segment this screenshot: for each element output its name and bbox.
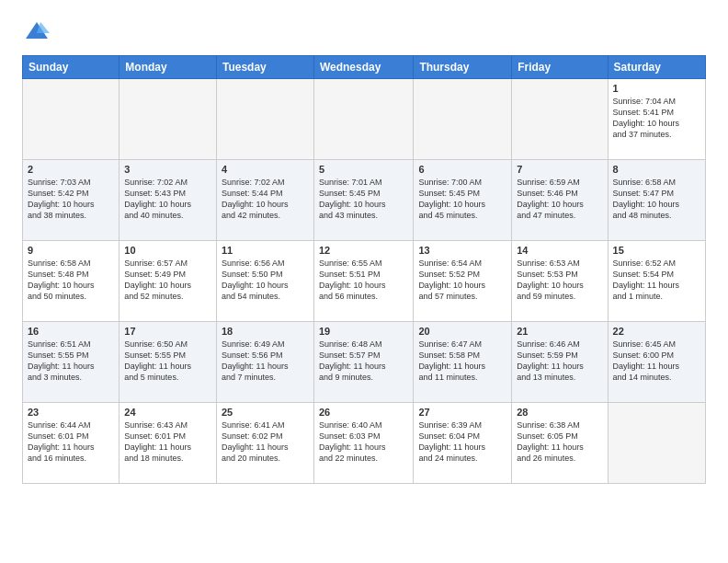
day-number: 22 (613, 326, 700, 337)
day-number: 4 (222, 164, 309, 175)
calendar-day-cell: 8Sunrise: 6:58 AM Sunset: 5:47 PM Daylig… (608, 160, 705, 241)
day-number: 26 (319, 407, 408, 418)
calendar-day-cell: 17Sunrise: 6:50 AM Sunset: 5:55 PM Dayli… (119, 322, 217, 403)
calendar-day-cell: 19Sunrise: 6:48 AM Sunset: 5:57 PM Dayli… (313, 322, 413, 403)
day-number: 2 (28, 164, 114, 175)
day-detail: Sunrise: 6:45 AM Sunset: 6:00 PM Dayligh… (613, 339, 700, 384)
day-number: 24 (124, 407, 211, 418)
day-detail: Sunrise: 6:50 AM Sunset: 5:55 PM Dayligh… (124, 339, 211, 384)
calendar-day-cell: 3Sunrise: 7:02 AM Sunset: 5:43 PM Daylig… (119, 160, 217, 241)
calendar-week-row: 2Sunrise: 7:03 AM Sunset: 5:42 PM Daylig… (23, 160, 706, 241)
day-number: 5 (319, 164, 408, 175)
day-detail: Sunrise: 7:01 AM Sunset: 5:45 PM Dayligh… (319, 177, 408, 222)
day-detail: Sunrise: 7:02 AM Sunset: 5:43 PM Dayligh… (124, 177, 211, 222)
day-number: 13 (418, 245, 506, 256)
day-detail: Sunrise: 6:47 AM Sunset: 5:58 PM Dayligh… (418, 339, 506, 384)
day-number: 3 (124, 164, 211, 175)
weekday-header-row: SundayMondayTuesdayWednesdayThursdayFrid… (23, 56, 706, 79)
calendar-day-cell (119, 79, 217, 160)
day-detail: Sunrise: 6:40 AM Sunset: 6:03 PM Dayligh… (319, 419, 408, 465)
day-number: 28 (517, 407, 602, 418)
day-detail: Sunrise: 6:43 AM Sunset: 6:01 PM Dayligh… (124, 419, 211, 465)
day-number: 12 (319, 245, 408, 256)
weekday-header-wednesday: Wednesday (313, 56, 413, 79)
calendar: SundayMondayTuesdayWednesdayThursdayFrid… (22, 55, 706, 484)
day-detail: Sunrise: 6:46 AM Sunset: 5:59 PM Dayligh… (517, 339, 602, 384)
day-number: 10 (124, 245, 211, 256)
calendar-day-cell (414, 79, 512, 160)
day-detail: Sunrise: 6:54 AM Sunset: 5:52 PM Dayligh… (418, 258, 506, 303)
weekday-header-sunday: Sunday (23, 56, 119, 79)
header (22, 18, 706, 44)
day-number: 18 (222, 326, 309, 337)
weekday-header-monday: Monday (119, 56, 217, 79)
day-number: 17 (124, 326, 211, 337)
calendar-day-cell: 14Sunrise: 6:53 AM Sunset: 5:53 PM Dayli… (512, 241, 608, 322)
calendar-week-row: 9Sunrise: 6:58 AM Sunset: 5:48 PM Daylig… (23, 241, 706, 322)
day-number: 19 (319, 326, 408, 337)
day-number: 11 (222, 245, 309, 256)
calendar-day-cell: 6Sunrise: 7:00 AM Sunset: 5:45 PM Daylig… (414, 160, 512, 241)
day-detail: Sunrise: 6:57 AM Sunset: 5:49 PM Dayligh… (124, 258, 211, 303)
calendar-day-cell: 1Sunrise: 7:04 AM Sunset: 5:41 PM Daylig… (608, 79, 705, 160)
weekday-header-tuesday: Tuesday (216, 56, 313, 79)
day-number: 7 (517, 164, 602, 175)
day-detail: Sunrise: 7:04 AM Sunset: 5:41 PM Dayligh… (613, 96, 700, 141)
day-detail: Sunrise: 7:02 AM Sunset: 5:44 PM Dayligh… (222, 177, 309, 222)
day-number: 9 (28, 245, 114, 256)
calendar-day-cell: 23Sunrise: 6:44 AM Sunset: 6:01 PM Dayli… (23, 403, 119, 484)
day-number: 20 (418, 326, 506, 337)
day-number: 6 (418, 164, 506, 175)
day-number: 25 (222, 407, 309, 418)
calendar-day-cell: 2Sunrise: 7:03 AM Sunset: 5:42 PM Daylig… (23, 160, 119, 241)
calendar-week-row: 23Sunrise: 6:44 AM Sunset: 6:01 PM Dayli… (23, 403, 706, 484)
calendar-day-cell: 26Sunrise: 6:40 AM Sunset: 6:03 PM Dayli… (313, 403, 413, 484)
calendar-day-cell: 24Sunrise: 6:43 AM Sunset: 6:01 PM Dayli… (119, 403, 217, 484)
day-detail: Sunrise: 6:53 AM Sunset: 5:53 PM Dayligh… (517, 258, 602, 303)
day-detail: Sunrise: 6:52 AM Sunset: 5:54 PM Dayligh… (613, 258, 700, 303)
weekday-header-thursday: Thursday (414, 56, 512, 79)
calendar-day-cell: 11Sunrise: 6:56 AM Sunset: 5:50 PM Dayli… (216, 241, 313, 322)
calendar-day-cell: 27Sunrise: 6:39 AM Sunset: 6:04 PM Dayli… (414, 403, 512, 484)
calendar-day-cell (608, 403, 705, 484)
calendar-week-row: 16Sunrise: 6:51 AM Sunset: 5:55 PM Dayli… (23, 322, 706, 403)
svg-marker-1 (37, 22, 50, 33)
day-detail: Sunrise: 7:03 AM Sunset: 5:42 PM Dayligh… (28, 177, 114, 222)
calendar-day-cell: 5Sunrise: 7:01 AM Sunset: 5:45 PM Daylig… (313, 160, 413, 241)
calendar-day-cell: 15Sunrise: 6:52 AM Sunset: 5:54 PM Dayli… (608, 241, 705, 322)
day-number: 8 (613, 164, 700, 175)
logo-icon (24, 18, 50, 44)
calendar-day-cell: 13Sunrise: 6:54 AM Sunset: 5:52 PM Dayli… (414, 241, 512, 322)
calendar-day-cell: 20Sunrise: 6:47 AM Sunset: 5:58 PM Dayli… (414, 322, 512, 403)
day-detail: Sunrise: 6:44 AM Sunset: 6:01 PM Dayligh… (28, 419, 114, 465)
day-detail: Sunrise: 6:41 AM Sunset: 6:02 PM Dayligh… (222, 419, 309, 465)
day-detail: Sunrise: 6:38 AM Sunset: 6:05 PM Dayligh… (517, 419, 602, 465)
day-number: 15 (613, 245, 700, 256)
day-number: 14 (517, 245, 602, 256)
day-detail: Sunrise: 7:00 AM Sunset: 5:45 PM Dayligh… (418, 177, 506, 222)
calendar-week-row: 1Sunrise: 7:04 AM Sunset: 5:41 PM Daylig… (23, 79, 706, 160)
calendar-day-cell: 22Sunrise: 6:45 AM Sunset: 6:00 PM Dayli… (608, 322, 705, 403)
day-number: 21 (517, 326, 602, 337)
calendar-day-cell (23, 79, 119, 160)
calendar-day-cell: 18Sunrise: 6:49 AM Sunset: 5:56 PM Dayli… (216, 322, 313, 403)
calendar-day-cell: 25Sunrise: 6:41 AM Sunset: 6:02 PM Dayli… (216, 403, 313, 484)
day-detail: Sunrise: 6:39 AM Sunset: 6:04 PM Dayligh… (418, 419, 506, 465)
day-detail: Sunrise: 6:58 AM Sunset: 5:48 PM Dayligh… (28, 258, 114, 303)
day-detail: Sunrise: 6:59 AM Sunset: 5:46 PM Dayligh… (517, 177, 602, 222)
logo (22, 18, 50, 44)
day-detail: Sunrise: 6:48 AM Sunset: 5:57 PM Dayligh… (319, 339, 408, 384)
calendar-day-cell: 10Sunrise: 6:57 AM Sunset: 5:49 PM Dayli… (119, 241, 217, 322)
calendar-day-cell: 9Sunrise: 6:58 AM Sunset: 5:48 PM Daylig… (23, 241, 119, 322)
calendar-day-cell: 21Sunrise: 6:46 AM Sunset: 5:59 PM Dayli… (512, 322, 608, 403)
calendar-day-cell: 7Sunrise: 6:59 AM Sunset: 5:46 PM Daylig… (512, 160, 608, 241)
day-detail: Sunrise: 6:58 AM Sunset: 5:47 PM Dayligh… (613, 177, 700, 222)
calendar-day-cell: 16Sunrise: 6:51 AM Sunset: 5:55 PM Dayli… (23, 322, 119, 403)
day-detail: Sunrise: 6:51 AM Sunset: 5:55 PM Dayligh… (28, 339, 114, 384)
day-detail: Sunrise: 6:55 AM Sunset: 5:51 PM Dayligh… (319, 258, 408, 303)
day-number: 16 (28, 326, 114, 337)
weekday-header-saturday: Saturday (608, 56, 705, 79)
day-detail: Sunrise: 6:56 AM Sunset: 5:50 PM Dayligh… (222, 258, 309, 303)
calendar-day-cell (216, 79, 313, 160)
day-number: 23 (28, 407, 114, 418)
